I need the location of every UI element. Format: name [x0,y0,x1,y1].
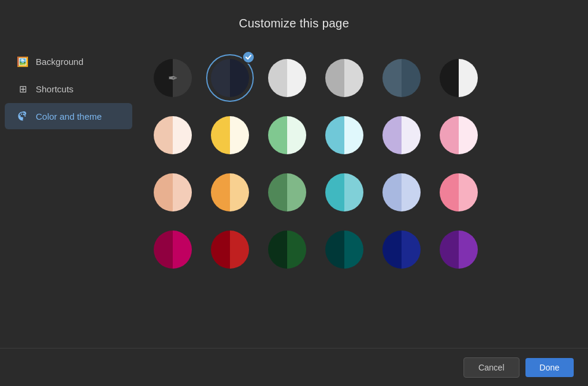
color-half-left [154,173,173,211]
color-half-right [459,59,478,97]
color-option-blue-medium[interactable] [378,169,425,216]
sidebar: 🖼️ Background ⊞ Shortcuts Color and them… [0,42,137,348]
color-half-right [344,116,363,154]
color-circle-slate-blue [382,59,421,97]
color-half-right [344,231,363,269]
color-half-right [459,173,478,211]
color-half-right [287,116,306,154]
dialog-footer: Cancel Done [0,348,588,386]
color-option-light-gray[interactable] [263,54,311,102]
color-option-peach-medium[interactable] [149,169,197,216]
color-circle-red [211,231,249,269]
color-option-dark-navy[interactable] [378,226,425,273]
color-option-orange-medium[interactable] [206,169,254,216]
color-option-yellow-light[interactable] [206,111,254,159]
color-half-right [459,231,478,269]
selected-checkmark [242,51,255,64]
color-circle-green-medium [268,173,306,211]
color-option-pink-light[interactable] [435,111,483,159]
color-half-right [344,59,363,97]
sidebar-item-shortcuts-label: Shortcuts [36,84,73,94]
color-option-dark-teal[interactable] [321,226,368,273]
sidebar-item-background[interactable]: 🖼️ Background [5,48,132,74]
color-half-left [268,59,287,97]
sidebar-item-color-theme-label: Color and theme [36,111,102,122]
eyedropper-icon: ✒ [168,71,178,85]
color-circle-dark-green [268,231,306,269]
color-option-green-light[interactable] [263,111,311,159]
color-option-medium-gray[interactable] [321,54,368,102]
color-half-right [287,231,306,269]
color-half-left [325,173,344,211]
color-option-custom-picker[interactable]: ✒ [149,54,197,102]
color-half-right [402,231,421,269]
color-half-right [402,173,421,211]
sidebar-item-shortcuts[interactable]: ⊞ Shortcuts [5,76,132,102]
color-option-lavender-light[interactable] [378,111,425,159]
color-option-cyan-light[interactable] [321,111,368,159]
color-circle-cyan-light [325,116,363,154]
color-half-right [173,116,192,154]
color-half-left [382,173,402,211]
color-half-right [402,59,421,97]
done-button[interactable]: Done [525,358,574,377]
color-option-dark-contrast[interactable] [435,54,483,102]
color-half-left [211,173,230,211]
color-circle-peach-medium [154,173,192,211]
color-circle-crimson [154,231,192,269]
color-half-right [402,116,421,154]
color-option-red[interactable] [206,226,254,273]
color-half-right [230,231,249,269]
color-half-right [459,116,478,154]
svg-point-3 [24,116,26,117]
color-half-right [173,173,192,211]
color-circle-dark-navy [382,231,421,269]
color-circle-medium-gray [325,59,363,97]
color-circle-dark-contrast [440,59,478,97]
shortcuts-icon: ⊞ [17,83,29,95]
color-option-cyan-medium[interactable] [321,169,368,216]
color-half-left [325,116,344,154]
color-option-slate-blue[interactable] [378,54,425,102]
color-option-peach-light[interactable] [149,111,197,159]
color-half-left [440,231,459,269]
color-option-pink-medium[interactable] [435,169,483,216]
color-half-right [230,116,249,154]
color-half-right [287,59,306,97]
color-half-left [268,116,287,154]
color-grid: ✒ [149,48,564,279]
color-half-right [230,59,249,97]
color-half-left [211,59,230,97]
color-circle-peach-light [154,116,192,154]
sidebar-item-background-label: Background [36,57,83,67]
color-theme-icon [17,110,29,122]
color-circle-dark-teal [325,231,363,269]
color-grid-container: ✒ [137,42,588,348]
color-circle-lavender-light [382,116,421,154]
custom-color-picker: ✒ [154,59,192,97]
color-option-green-medium[interactable] [263,169,311,216]
color-option-dark-blue[interactable] [206,54,254,102]
checkmark-icon [245,54,252,61]
color-option-crimson[interactable] [149,226,197,273]
color-half-right [287,173,306,211]
color-half-left [268,173,287,211]
color-option-purple[interactable] [435,226,483,273]
color-half-left [325,231,344,269]
background-icon: 🖼️ [17,55,29,67]
color-circle-yellow-light [211,116,249,154]
color-half-left [440,173,459,211]
svg-point-0 [20,116,21,117]
color-option-dark-green[interactable] [263,226,311,273]
color-half-left [325,59,344,97]
sidebar-item-color-and-theme[interactable]: Color and theme [5,103,132,129]
color-half-left [154,231,173,269]
color-half-right [173,231,192,269]
color-half-left [154,116,173,154]
cancel-button[interactable]: Cancel [463,357,519,378]
svg-point-1 [21,114,22,115]
color-half-left [268,231,287,269]
color-half-left [382,116,402,154]
color-circle-dark-blue [211,59,249,97]
color-half-left [211,231,230,269]
